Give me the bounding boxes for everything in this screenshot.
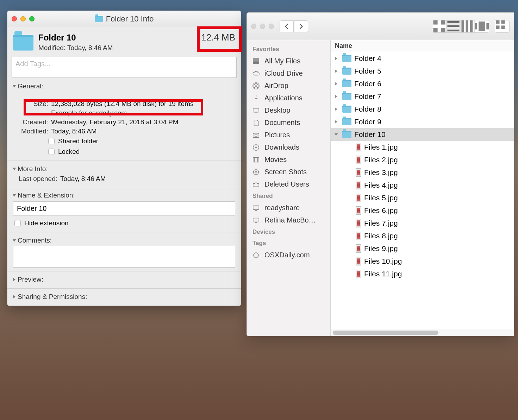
sidebar-item-icloud-drive[interactable]: iCloud Drive xyxy=(247,67,330,80)
row-shared-folder[interactable]: Shared folder xyxy=(13,136,235,146)
section-header-sharing[interactable]: Sharing & Permissions: xyxy=(13,293,235,301)
applications-icon xyxy=(252,94,260,102)
view-icon-grid-icon[interactable] xyxy=(432,20,447,32)
section-header-more-info[interactable]: More Info: xyxy=(13,165,235,173)
file-list[interactable]: Folder 4Folder 5Folder 6Folder 7Folder 8… xyxy=(331,52,514,336)
svg-point-30 xyxy=(255,171,257,173)
row-hide-extension[interactable]: Hide extension xyxy=(13,218,235,228)
sidebar-item-applications[interactable]: Applications xyxy=(247,92,330,104)
sidebar-item-pictures[interactable]: Pictures xyxy=(247,129,330,141)
finder-toolbar xyxy=(247,13,514,40)
sidebar-item-label: Deleted Users xyxy=(264,180,309,188)
disclosure-triangle-icon[interactable] xyxy=(335,69,337,73)
view-columns-icon[interactable] xyxy=(461,20,475,32)
checkbox-icon[interactable] xyxy=(48,138,55,144)
folder-icon xyxy=(342,131,351,138)
view-coverflow-icon[interactable] xyxy=(475,20,489,32)
disclosure-triangle-icon[interactable] xyxy=(13,194,16,197)
disclosure-triangle-icon[interactable] xyxy=(13,85,16,88)
comments-textarea[interactable] xyxy=(13,246,235,268)
window-title-text: Folder 10 Info xyxy=(106,14,154,24)
section-header-name-ext[interactable]: Name & Extension: xyxy=(13,192,235,199)
list-row-file[interactable]: Files 6.jpg xyxy=(331,204,514,217)
list-row-file[interactable]: Files 2.jpg xyxy=(331,153,514,166)
zoom-icon[interactable] xyxy=(29,16,35,21)
sidebar-item-deleted-users[interactable]: Deleted Users xyxy=(247,178,330,190)
item-name: Files 6.jpg xyxy=(364,206,398,215)
list-row-file[interactable]: Files 3.jpg xyxy=(331,166,514,179)
sidebar-tag-osxdaily-com[interactable]: OSXDaily.com xyxy=(247,249,330,261)
arrange-icon[interactable] xyxy=(495,20,509,32)
back-button[interactable] xyxy=(280,20,294,32)
list-row-file[interactable]: Files 8.jpg xyxy=(331,230,514,242)
view-mode-segmented[interactable] xyxy=(432,20,489,33)
disclosure-triangle-icon[interactable] xyxy=(13,168,16,170)
minimize-icon[interactable] xyxy=(260,24,265,29)
disclosure-triangle-icon[interactable] xyxy=(335,57,337,60)
forward-button[interactable] xyxy=(294,20,308,32)
close-icon[interactable] xyxy=(251,24,256,29)
disclosure-triangle-icon[interactable] xyxy=(13,239,16,242)
section-header-comments[interactable]: Comments: xyxy=(13,237,235,244)
disclosure-triangle-icon[interactable] xyxy=(335,120,337,124)
scrollbar-thumb[interactable] xyxy=(333,331,438,335)
section-header-general[interactable]: General: xyxy=(13,82,235,90)
sidebar-item-all-my-files[interactable]: All My Files xyxy=(247,55,330,67)
tags-input[interactable]: Add Tags... xyxy=(12,57,237,78)
close-icon[interactable] xyxy=(12,16,17,21)
column-header-text: Name xyxy=(335,42,352,50)
sidebar-item-retina-macbo[interactable]: Retina MacBo… xyxy=(247,214,330,226)
sidebar-item-documents[interactable]: Documents xyxy=(247,117,330,129)
list-row-folder[interactable]: Folder 4 xyxy=(331,52,514,65)
sidebar-item-readyshare[interactable]: readyshare xyxy=(247,202,330,214)
disclosure-triangle-icon[interactable] xyxy=(335,82,337,86)
list-row-file[interactable]: Files 5.jpg xyxy=(331,192,514,204)
list-row-file[interactable]: Files 1.jpg xyxy=(331,141,514,153)
label xyxy=(20,109,48,117)
list-row-folder[interactable]: Folder 6 xyxy=(331,77,514,90)
info-titlebar[interactable]: Folder 10 Info xyxy=(7,11,241,27)
label: Last opened: xyxy=(15,175,57,183)
checkbox-icon[interactable] xyxy=(48,149,55,155)
name-extension-input[interactable]: Folder 10 xyxy=(13,201,235,216)
horizontal-scrollbar[interactable] xyxy=(331,329,514,336)
sidebar-item-label: Screen Shots xyxy=(264,168,307,176)
list-row-file[interactable]: Files 7.jpg xyxy=(331,217,514,230)
list-row-file[interactable]: Files 10.jpg xyxy=(331,255,514,268)
list-row-file[interactable]: Files 9.jpg xyxy=(331,242,514,255)
svg-rect-6 xyxy=(447,30,459,31)
sidebar-item-desktop[interactable]: Desktop xyxy=(247,104,330,117)
disclosure-triangle-icon[interactable] xyxy=(335,107,337,111)
row-locked[interactable]: Locked xyxy=(13,146,235,157)
list-row-folder[interactable]: Folder 5 xyxy=(331,65,514,77)
svg-point-20 xyxy=(255,85,257,87)
minimize-icon[interactable] xyxy=(20,16,26,21)
list-row-folder[interactable]: Folder 10 xyxy=(331,128,514,141)
sidebar-item-downloads[interactable]: Downloads xyxy=(247,141,330,153)
list-row-folder[interactable]: Folder 7 xyxy=(331,90,514,103)
computer-icon xyxy=(252,217,260,224)
disclosure-triangle-icon[interactable] xyxy=(13,278,15,281)
sidebar-item-label: Applications xyxy=(264,94,302,102)
column-header-name[interactable]: Name xyxy=(331,40,514,52)
list-row-folder[interactable]: Folder 9 xyxy=(331,115,514,128)
disclosure-triangle-icon[interactable] xyxy=(335,95,337,98)
disclosure-triangle-icon[interactable] xyxy=(13,295,15,299)
list-row-file[interactable]: Files 4.jpg xyxy=(331,179,514,192)
svg-rect-32 xyxy=(255,210,257,211)
disclosure-triangle-icon[interactable] xyxy=(335,133,338,136)
sidebar-item-label: readyshare xyxy=(264,204,300,212)
sidebar-item-movies[interactable]: Movies xyxy=(247,153,330,166)
checkbox-icon[interactable] xyxy=(14,220,21,226)
section-header-preview[interactable]: Preview: xyxy=(13,276,235,283)
sidebar-item-airdrop[interactable]: AirDrop xyxy=(247,80,330,92)
folder-icon xyxy=(342,106,351,113)
arrange-button[interactable] xyxy=(495,20,510,33)
list-row-file[interactable]: Files 11.jpg xyxy=(331,268,514,280)
sidebar-item-label: Downloads xyxy=(264,143,299,151)
sidebar-item-screen-shots[interactable]: Screen Shots xyxy=(247,166,330,178)
zoom-icon[interactable] xyxy=(269,24,274,29)
view-list-icon[interactable] xyxy=(447,20,461,32)
list-row-folder[interactable]: Folder 8 xyxy=(331,103,514,115)
screen-shots-icon xyxy=(252,168,260,176)
